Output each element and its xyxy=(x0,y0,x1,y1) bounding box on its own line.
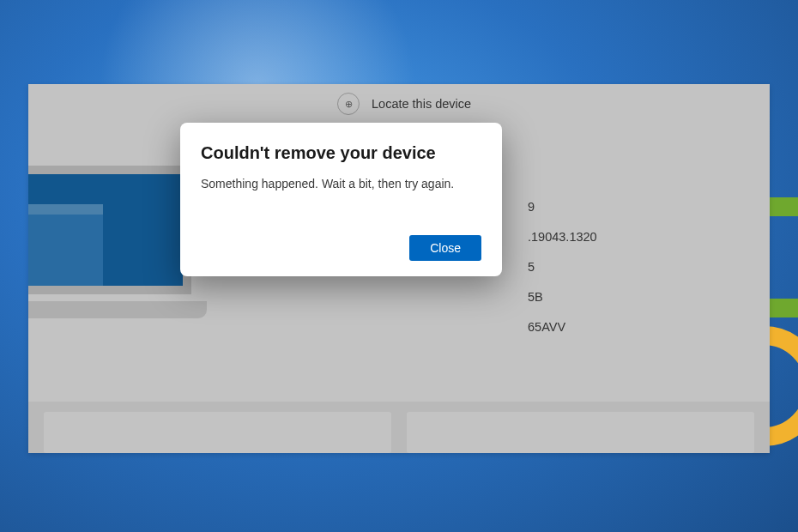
close-button[interactable]: Close xyxy=(409,235,481,261)
settings-window: ⊕ Locate this device Name 9 .19043.1320 … xyxy=(28,84,770,453)
dialog-footer: Close xyxy=(201,235,481,261)
error-dialog: Couldn't remove your device Something ha… xyxy=(180,123,502,276)
dialog-body: Something happened. Wait a bit, then try… xyxy=(201,177,481,190)
dialog-title: Couldn't remove your device xyxy=(201,143,481,163)
